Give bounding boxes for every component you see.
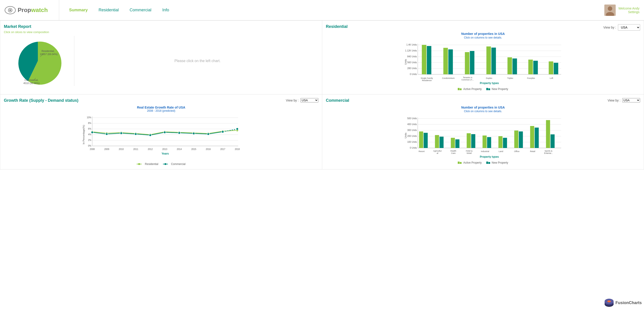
- residential-view-by-select[interactable]: USA California New York: [618, 24, 640, 30]
- dot-com-2016[interactable]: [207, 133, 210, 135]
- svg-text:Health: Health: [450, 150, 456, 152]
- logo-eye-icon: [4, 4, 16, 16]
- market-report-title: Market Report: [4, 24, 318, 29]
- svg-rect-100: [488, 162, 490, 164]
- svg-text:280 Units: 280 Units: [407, 67, 417, 70]
- growth-header: Growth Rate (Supply - Demand status) Vie…: [4, 98, 318, 104]
- bar-fourplex-active[interactable]: [528, 60, 533, 74]
- bar-loft-new[interactable]: [554, 63, 558, 74]
- svg-text:1.4K Units: 1.4K Units: [406, 44, 417, 46]
- tab-info[interactable]: Info: [157, 6, 174, 14]
- pie-chart-svg: Residential, 10057 (69.04%) Commercial, …: [13, 38, 63, 84]
- svg-text:2016: 2016: [206, 148, 211, 150]
- bar-hotel-active[interactable]: [467, 133, 471, 148]
- svg-text:Sports &: Sports &: [544, 150, 552, 152]
- avatar: [604, 4, 616, 16]
- header: Propwatch Summary Residential Commercial…: [0, 0, 644, 20]
- dot-com-2008[interactable]: [91, 131, 93, 134]
- active-legend-label: Active Property: [463, 88, 482, 91]
- svg-text:Single Family: Single Family: [420, 77, 433, 79]
- bar-health-new[interactable]: [456, 139, 460, 148]
- svg-text:Units: Units: [404, 132, 407, 138]
- bar-triplex-active[interactable]: [508, 57, 512, 74]
- growth-view-by-select[interactable]: USA California New York: [300, 98, 318, 102]
- dot-com-2014[interactable]: [178, 132, 180, 134]
- commercial-view-by-select[interactable]: USA California New York: [622, 98, 640, 102]
- residential-legend-new: New Property: [486, 88, 508, 91]
- svg-text:2015: 2015: [191, 148, 196, 150]
- svg-text:2013: 2013: [162, 148, 168, 150]
- growth-legend: Residential Commercial: [4, 162, 318, 166]
- svg-text:0 Units: 0 Units: [410, 73, 417, 76]
- growth-rate-panel: Growth Rate (Supply - Demand status) Vie…: [0, 94, 322, 170]
- commercial-view-by-label: View by :: [608, 98, 620, 102]
- dot-com-2017[interactable]: [222, 131, 224, 133]
- bar-industrial-active[interactable]: [483, 136, 487, 148]
- growth-view-by-label: View by :: [286, 98, 299, 102]
- bar-office-new[interactable]: [519, 132, 523, 148]
- pie-chart-area[interactable]: Residential, 10057 (69.04%) Commercial, …: [4, 36, 72, 86]
- bar-retail-active[interactable]: [530, 126, 534, 148]
- bar-condo-active[interactable]: [444, 48, 448, 74]
- bar-land-active[interactable]: [498, 136, 502, 148]
- bar-industrial-new[interactable]: [487, 137, 491, 148]
- bar-agri-new[interactable]: [440, 137, 444, 148]
- bar-sfr-active[interactable]: [422, 45, 426, 74]
- avatar-image: [604, 4, 616, 16]
- svg-text:400 Units: 400 Units: [407, 123, 417, 126]
- tab-residential[interactable]: Residential: [93, 6, 124, 14]
- svg-text:0 Units: 0 Units: [410, 146, 417, 149]
- svg-text:0%: 0%: [88, 144, 92, 147]
- svg-text:Common (T...: Common (T...: [461, 79, 474, 81]
- dot-com-2012[interactable]: [149, 134, 151, 136]
- tab-summary[interactable]: Summary: [64, 6, 93, 14]
- bar-sfr-new[interactable]: [427, 46, 432, 74]
- tab-commercial[interactable]: Commercial: [124, 6, 157, 14]
- dot-com-2018[interactable]: [236, 128, 238, 130]
- bar-land-new[interactable]: [503, 138, 507, 148]
- bar-agri-active[interactable]: [435, 135, 439, 148]
- bar-hotel-new[interactable]: [471, 134, 476, 148]
- comm-active-legend-icon: [458, 161, 462, 164]
- bar-duplex-active[interactable]: [486, 46, 491, 74]
- dot-com-2009[interactable]: [106, 133, 108, 135]
- svg-rect-97: [458, 162, 460, 164]
- click-message: Please click on the left chart.: [170, 54, 225, 68]
- bar-triplex-new[interactable]: [512, 58, 517, 74]
- bar-tic-new[interactable]: [470, 51, 474, 74]
- bar-resort-new[interactable]: [424, 133, 428, 148]
- residential-title: Residential: [326, 24, 348, 29]
- dot-com-2010[interactable]: [120, 132, 122, 134]
- commercial-legend-new: New Property: [486, 161, 508, 164]
- bar-fourplex-new[interactable]: [534, 61, 538, 74]
- bar-resort-active[interactable]: [419, 132, 423, 148]
- svg-text:500 Units: 500 Units: [407, 117, 417, 120]
- commercial-chart-title: Number of properties in USA: [326, 106, 640, 109]
- bar-loft-active[interactable]: [549, 62, 553, 74]
- bar-retail-new[interactable]: [535, 128, 539, 148]
- dot-com-2015[interactable]: [192, 132, 195, 134]
- bar-office-active[interactable]: [514, 130, 518, 148]
- new-legend-icon: [486, 88, 490, 91]
- bar-sports-active[interactable]: [546, 120, 550, 148]
- bar-health-active[interactable]: [451, 138, 455, 148]
- logo-gray: Prop: [18, 6, 31, 13]
- bar-sports-new[interactable]: [551, 134, 555, 148]
- residential-legend: Active Property New Property: [326, 88, 640, 91]
- dot-com-2011[interactable]: [134, 133, 137, 135]
- svg-rect-33: [458, 88, 460, 90]
- commercial-bar-chart[interactable]: 500 Units 400 Units 300 Units 200 Units …: [326, 115, 640, 158]
- residential-bar-chart[interactable]: 1.4K Units 1.12K Units 840 Units 560 Uni…: [326, 42, 640, 84]
- svg-text:Industrial: Industrial: [481, 150, 489, 152]
- bar-duplex-new[interactable]: [492, 48, 496, 74]
- market-report-subtitle: Click on slices to view composition: [4, 30, 318, 34]
- svg-text:Years: Years: [162, 152, 169, 155]
- bar-tic-active[interactable]: [465, 52, 470, 74]
- svg-point-4: [608, 6, 612, 11]
- bar-condo-new[interactable]: [448, 50, 453, 74]
- svg-text:Care: Care: [451, 152, 456, 154]
- growth-line-chart: 10% 8% 6% 4% 2% 0% In Percentage(%): [4, 114, 318, 160]
- svg-text:Property types: Property types: [480, 155, 499, 158]
- dot-com-2013[interactable]: [164, 131, 166, 134]
- settings-link[interactable]: Settings: [618, 10, 640, 14]
